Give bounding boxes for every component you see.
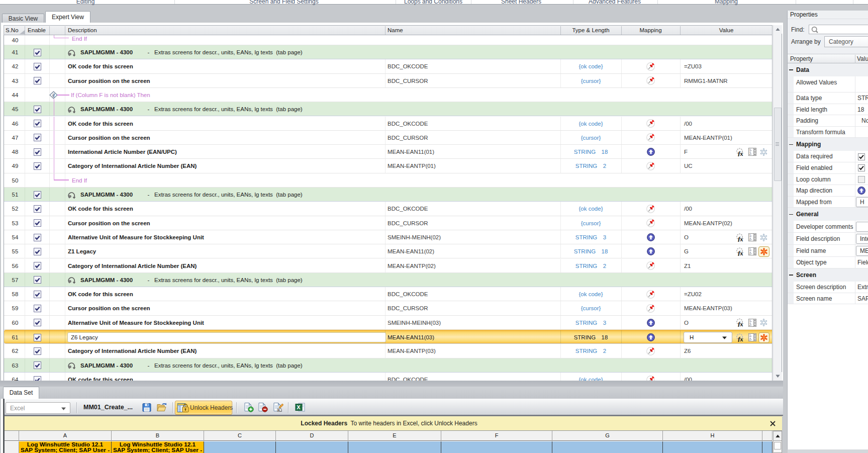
svg-text:2-: 2-	[749, 251, 752, 255]
svg-text:1-: 1-	[749, 334, 752, 337]
svg-text:1-: 1-	[749, 248, 752, 251]
svg-text:fx: fx	[738, 235, 743, 242]
svg-text:1-: 1-	[749, 319, 752, 323]
svg-text:2-: 2-	[749, 323, 752, 326]
svg-text:2-: 2-	[749, 237, 752, 241]
svg-text:1-: 1-	[749, 148, 752, 152]
svg-text:X: X	[297, 404, 301, 410]
svg-text:1-: 1-	[749, 234, 752, 237]
svg-text:fx: fx	[738, 320, 743, 327]
svg-text:fx: fx	[738, 335, 743, 342]
svg-text:2-: 2-	[749, 152, 752, 155]
svg-text:2-: 2-	[749, 337, 752, 341]
svg-text:A...: A...	[278, 409, 282, 412]
svg-text:fx: fx	[738, 149, 743, 156]
svg-text:fx: fx	[738, 249, 743, 256]
